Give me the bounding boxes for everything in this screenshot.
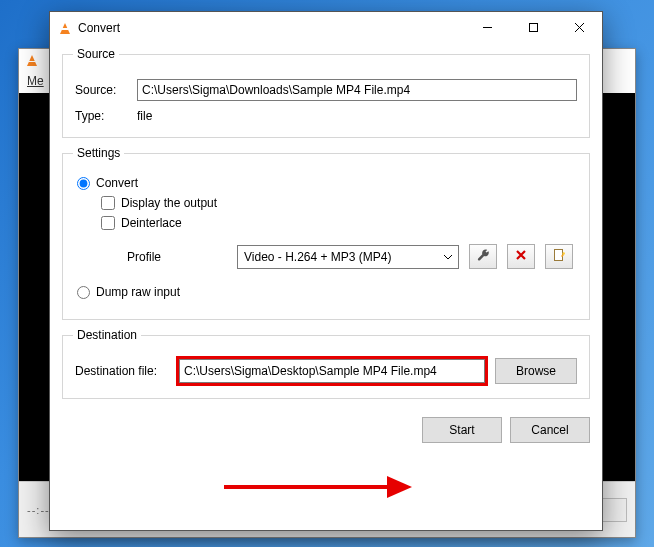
convert-radio[interactable]	[77, 177, 90, 190]
display-output-label: Display the output	[121, 196, 217, 210]
source-legend: Source	[73, 47, 119, 61]
destination-file-input[interactable]	[179, 359, 485, 383]
destination-group: Destination Destination file: Browse	[62, 328, 590, 399]
bg-toolbar-button[interactable]	[599, 498, 627, 522]
type-label: Type:	[75, 109, 137, 123]
maximize-button[interactable]	[510, 13, 556, 43]
cancel-button[interactable]: Cancel	[510, 417, 590, 443]
x-icon	[514, 248, 528, 265]
minimize-button[interactable]	[464, 13, 510, 43]
profile-combobox[interactable]: Video - H.264 + MP3 (MP4)	[237, 245, 459, 269]
source-label: Source:	[75, 83, 137, 97]
convert-radio-label: Convert	[96, 176, 138, 190]
dialog-titlebar[interactable]: Convert	[50, 12, 602, 43]
delete-profile-button[interactable]	[507, 244, 535, 269]
profile-label: Profile	[127, 250, 227, 264]
dump-radio-label: Dump raw input	[96, 285, 180, 299]
new-doc-icon	[552, 248, 566, 265]
vlc-cone-icon	[58, 21, 72, 35]
dialog-title: Convert	[78, 21, 120, 35]
convert-dialog: Convert Source Source: Type: file	[49, 11, 603, 531]
vlc-cone-icon	[25, 53, 39, 67]
browse-button[interactable]: Browse	[495, 358, 577, 384]
svg-point-5	[563, 252, 565, 254]
destination-file-label: Destination file:	[75, 364, 169, 378]
deinterlace-row[interactable]: Deinterlace	[101, 216, 577, 230]
profile-value: Video - H.264 + MP3 (MP4)	[244, 250, 392, 264]
dump-radio[interactable]	[77, 286, 90, 299]
close-button[interactable]	[556, 13, 602, 43]
settings-legend: Settings	[73, 146, 124, 160]
wrench-icon	[476, 248, 490, 265]
settings-group: Settings Convert Display the output Dein…	[62, 146, 590, 320]
destination-legend: Destination	[73, 328, 141, 342]
dump-radio-row[interactable]: Dump raw input	[77, 285, 577, 299]
svg-rect-4	[555, 250, 563, 261]
convert-radio-row[interactable]: Convert	[77, 176, 577, 190]
display-output-row[interactable]: Display the output	[101, 196, 577, 210]
chevron-down-icon	[444, 250, 452, 264]
svg-rect-1	[529, 24, 537, 32]
playback-time: --:--	[27, 504, 50, 516]
deinterlace-checkbox[interactable]	[101, 216, 115, 230]
deinterlace-label: Deinterlace	[121, 216, 182, 230]
source-input[interactable]	[137, 79, 577, 101]
edit-profile-button[interactable]	[469, 244, 497, 269]
source-group: Source Source: Type: file	[62, 47, 590, 138]
type-value: file	[137, 109, 152, 123]
display-output-checkbox[interactable]	[101, 196, 115, 210]
new-profile-button[interactable]	[545, 244, 573, 269]
start-button[interactable]: Start	[422, 417, 502, 443]
